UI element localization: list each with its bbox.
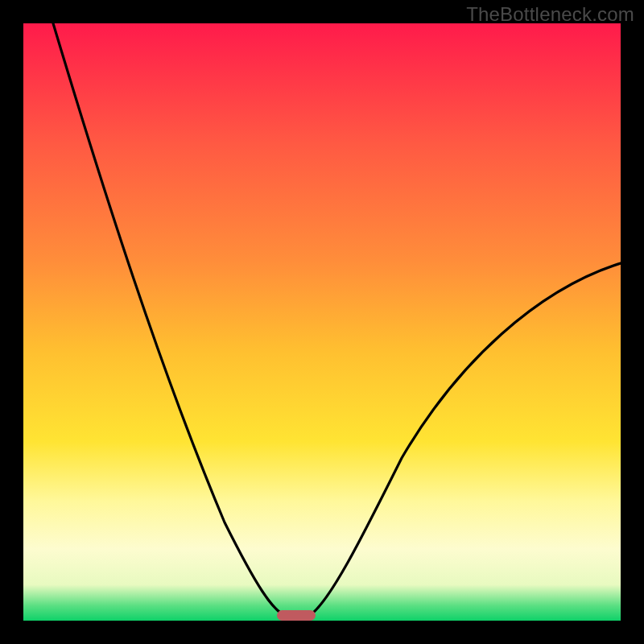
curve-path — [53, 23, 621, 616]
optimal-marker — [277, 610, 316, 621]
plot-area — [23, 23, 621, 621]
bottleneck-curve — [23, 23, 621, 621]
watermark-text: TheBottleneck.com — [466, 3, 634, 26]
chart-frame: TheBottleneck.com — [0, 0, 644, 644]
